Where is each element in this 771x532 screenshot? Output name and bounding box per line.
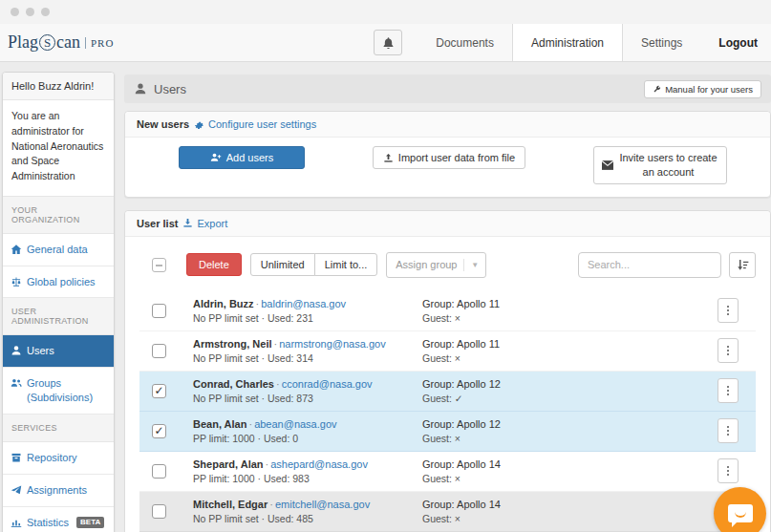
scales-icon (11, 276, 22, 287)
user-list-toolbar: Delete Unlimited Limit to... Assign grou… (139, 248, 756, 291)
navbar-right: Documents Administration Settings Logout (374, 24, 771, 61)
user-email-link[interactable]: baldrin@nasa.gov (261, 298, 346, 309)
row-menu-button[interactable] (717, 458, 739, 483)
user-email-link[interactable]: narmstrong@nasa.gov (279, 338, 385, 350)
window-dot[interactable] (11, 8, 19, 16)
manual-button[interactable]: Manual for your users (644, 80, 761, 98)
sidebar-item-global-policies[interactable]: Global policies (3, 266, 114, 299)
user-group: Group: Apollo 14 (422, 499, 717, 510)
page-title: Users (154, 82, 186, 96)
sidebar: Hello Buzz Aldrin! You are an administra… (2, 72, 115, 532)
user-email-link[interactable]: emitchell@nasa.gov (275, 499, 370, 510)
logo-s-mark: S (39, 34, 55, 51)
chevron-down-icon: ▼ (463, 259, 485, 271)
user-list-heading: User list Export (125, 211, 770, 237)
user-usage: No PP limit set · Used: 873 (193, 393, 422, 404)
user-guest: Guest: × (422, 433, 717, 444)
window-dot[interactable] (26, 8, 34, 16)
chat-widget-button[interactable] (714, 487, 766, 532)
user-name: Mitchell, Edgar (193, 499, 268, 510)
app-logo: PlagScan PRO (0, 24, 114, 61)
user-usage: PP limit: 1000 · Used: 0 (193, 433, 422, 444)
gears-icon (194, 119, 204, 130)
user-icon (134, 82, 147, 96)
assign-group-select[interactable]: Assign group ▼ (386, 252, 486, 278)
user-usage: No PP limit set · Used: 314 (193, 352, 422, 364)
sidebar-item-groups[interactable]: Groups (Subdivisions) (3, 368, 114, 415)
main-content: Users Manual for your users New users Co… (124, 74, 771, 532)
row-checkbox[interactable] (152, 304, 166, 318)
sidebar-admin-description: You are an administrator for National Ae… (3, 100, 114, 197)
search-input[interactable] (578, 252, 721, 278)
sort-button[interactable] (729, 252, 756, 278)
row-menu-button[interactable] (717, 418, 739, 443)
upload-icon (383, 153, 394, 163)
row-checkbox[interactable] (152, 464, 166, 479)
logo-pro-label: PRO (85, 37, 114, 49)
user-name: Conrad, Charles (193, 378, 274, 390)
row-menu-button[interactable] (717, 338, 739, 363)
nav-settings[interactable]: Settings (623, 24, 700, 61)
archive-icon (11, 452, 22, 463)
user-row-hovered: Mitchell, Edgar·emitchell@nasa.gov No PP… (139, 492, 756, 532)
nav-documents[interactable]: Documents (418, 24, 512, 61)
user-group: Group: Apollo 14 (422, 458, 717, 470)
row-checkbox[interactable] (152, 504, 166, 519)
window-dot[interactable] (41, 8, 50, 16)
sidebar-greeting: Hello Buzz Aldrin! (3, 73, 114, 100)
user-plus-icon (210, 152, 222, 163)
logo-text-plag: Plag (8, 32, 38, 53)
user-guest: Guest: ✓ (422, 393, 717, 404)
nav-administration[interactable]: Administration (512, 24, 623, 61)
row-menu-button[interactable] (717, 298, 739, 323)
limit-to-button[interactable]: Limit to... (314, 253, 378, 276)
sidebar-item-users[interactable]: Users (3, 335, 114, 368)
sidebar-section-your-organization: YOUR ORGANIZATION (3, 197, 114, 234)
nav-logout[interactable]: Logout (700, 24, 771, 61)
user-group: Group: Apollo 11 (422, 298, 717, 309)
add-users-button[interactable]: Add users (179, 146, 305, 169)
sidebar-section-user-administration: USER ADMINISTRATION (3, 298, 114, 335)
row-checkbox-checked[interactable]: ✓ (152, 424, 166, 438)
sidebar-item-general-data[interactable]: General data (3, 234, 114, 266)
user-group: Group: Apollo 11 (422, 338, 717, 350)
user-name: Armstrong, Neil (193, 338, 272, 350)
row-menu-button[interactable] (717, 378, 739, 403)
configure-user-settings-link[interactable]: Configure user settings (194, 118, 316, 130)
home-icon (11, 244, 22, 255)
delete-button[interactable]: Delete (186, 253, 242, 276)
download-icon (182, 218, 193, 228)
user-guest: Guest: × (422, 513, 717, 524)
beta-badge: BETA (76, 517, 104, 529)
sidebar-item-statistics[interactable]: Statistics BETA (3, 507, 114, 532)
page-header: Users Manual for your users (124, 74, 771, 103)
sidebar-item-assignments[interactable]: Assignments (3, 475, 114, 507)
paper-plane-icon (11, 484, 22, 496)
user-usage: No PP limit set · Used: 485 (193, 513, 422, 524)
export-link[interactable]: Export (182, 218, 227, 229)
user-guest: Guest: × (422, 312, 717, 324)
limit-button-group: Unlimited Limit to... (250, 253, 377, 276)
user-email-link[interactable]: cconrad@nasa.gov (282, 378, 373, 390)
user-usage: No PP limit set · Used: 231 (193, 312, 422, 324)
user-name: Aldrin, Buzz (193, 298, 254, 309)
user-email-link[interactable]: abean@nasa.gov (254, 418, 336, 430)
invite-users-button[interactable]: Invite users to create an account (593, 146, 727, 184)
select-all-checkbox[interactable] (152, 258, 166, 272)
row-checkbox[interactable] (152, 344, 166, 358)
sidebar-item-repository[interactable]: Repository (3, 442, 114, 475)
sidebar-section-services: SERVICES (3, 415, 114, 442)
bell-icon (382, 36, 395, 50)
users-group-icon (11, 377, 22, 389)
user-email-link[interactable]: ashepard@nasa.gov (270, 458, 368, 470)
user-list-title: User list (137, 218, 178, 229)
row-checkbox-checked[interactable]: ✓ (152, 384, 166, 398)
notifications-button[interactable] (374, 30, 402, 55)
user-guest: Guest: × (422, 473, 717, 484)
unlimited-button[interactable]: Unlimited (250, 253, 315, 276)
wrench-icon (653, 85, 661, 94)
logo-text-can: can (56, 32, 80, 53)
envelope-icon (602, 160, 613, 170)
import-users-button[interactable]: Import user data from file (373, 146, 525, 169)
user-group: Group: Apollo 12 (422, 378, 717, 390)
